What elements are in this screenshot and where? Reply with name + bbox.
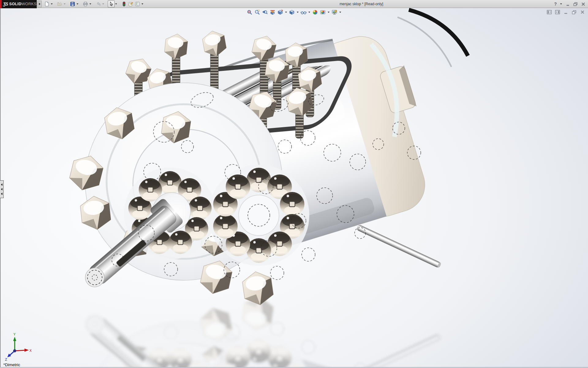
restore-button[interactable] [573,2,578,6]
undo-arrow-icon [96,2,101,6]
select-tool-button[interactable] [108,1,115,7]
options-button[interactable] [134,1,141,7]
new-document-button[interactable] [43,1,50,7]
zoom-to-fit-icon [247,10,252,15]
titlebar-window-controls: ? [554,0,586,8]
dropdown-caret[interactable] [327,9,330,16]
save-floppy-icon [70,2,75,6]
solidworks-logo: ƷS SOLIDWORKS [0,0,37,8]
window-title: menjac sklop * [Read-only] [309,2,413,6]
close-button[interactable] [581,2,586,6]
graphics-area[interactable]: Y X Z *Dimetric [0,8,588,368]
close-document-button[interactable] [580,10,585,14]
view-orientation-icon [277,10,283,15]
print-button[interactable] [82,1,89,7]
titlebar: ƷS SOLIDWORKS [0,0,588,8]
view-settings-button[interactable] [331,9,338,16]
appearance-ball-icon [312,10,318,15]
apply-scene-icon [320,10,326,15]
view-settings-monitor-icon [332,10,337,15]
triad-x-label: X [29,349,32,353]
dropdown-caret[interactable] [102,1,105,7]
solidworks-logo-text-bold: SOLID [9,2,21,6]
options-checklist-icon [135,2,140,6]
help-button[interactable]: ? [554,2,557,6]
minimize-document-button[interactable] [563,10,568,14]
triad-z-label: Z [5,358,7,361]
collapse-left-pane-button[interactable] [547,10,552,14]
expand-right-pane-button[interactable] [555,10,560,14]
display-style-icon [289,10,295,15]
dropdown-caret[interactable] [63,1,66,7]
solidworks-logo-text-light: WORKS [21,2,36,6]
triad-y-label: Y [13,332,16,336]
edit-appearance-button[interactable] [312,9,318,16]
close-document-icon [580,10,585,14]
rebuild-traffic-light-icon [122,2,126,6]
close-icon [581,2,585,6]
dropdown-caret[interactable] [296,9,299,16]
file-properties-button[interactable] [127,1,134,7]
section-view-icon [270,10,275,15]
printer-icon [83,2,88,6]
menu-expand-arrow-icon [39,3,40,5]
open-document-button[interactable] [56,1,63,7]
collapse-arrow-icon [1,188,2,190]
3d-model-canvas[interactable] [0,8,588,368]
minimize-icon [566,2,570,6]
solidworks-logo-mark: ƷS [3,2,8,6]
headsup-view-toolbar [246,9,342,16]
undo-button[interactable] [95,1,102,7]
restore-icon [573,2,578,6]
previous-view-icon [262,10,268,15]
standard-toolbar [43,1,144,7]
restore-document-button[interactable] [571,10,577,14]
expand-right-pane-icon [555,10,560,14]
section-view-button[interactable] [269,9,276,16]
dropdown-caret[interactable] [339,9,342,16]
new-document-icon [44,2,49,6]
reference-triad: Y X Z [4,332,32,361]
display-style-button[interactable] [288,9,295,16]
logo-red-stripe [0,0,2,8]
dropdown-caret[interactable] [115,1,118,7]
view-orientation-button[interactable] [277,9,284,16]
dropdown-caret[interactable] [76,1,79,7]
previous-view-button[interactable] [262,9,268,16]
file-properties-icon [128,2,133,6]
dropdown-caret[interactable] [50,1,53,7]
restore-document-icon [572,10,576,14]
featuremanager-collapsed-tab[interactable] [0,180,4,198]
menu-expand-button[interactable] [37,1,42,7]
dropdown-caret[interactable] [308,9,311,16]
rebuild-button[interactable] [121,1,127,7]
dropdown-caret[interactable] [89,1,92,7]
eyeglasses-icon [300,10,307,15]
view-orientation-name: *Dimetric [3,362,20,367]
dropdown-caret[interactable] [285,9,288,16]
collapse-left-pane-icon [547,10,552,14]
apply-scene-button[interactable] [319,9,326,16]
minimize-document-icon [564,10,568,14]
hide-show-items-button[interactable] [300,9,307,16]
dropdown-caret[interactable] [141,1,144,7]
collapse-arrow-icon [1,183,2,186]
save-button[interactable] [69,1,76,7]
zoom-to-fit-button[interactable] [246,9,253,16]
document-window-controls [547,10,585,14]
zoom-to-area-button[interactable] [254,9,261,16]
select-cursor-icon [109,2,114,6]
zoom-to-area-icon [254,10,260,15]
collapse-arrow-icon [1,193,2,195]
minimize-button[interactable] [565,2,570,6]
open-folder-icon [57,2,62,6]
dropdown-caret[interactable] [560,1,563,7]
